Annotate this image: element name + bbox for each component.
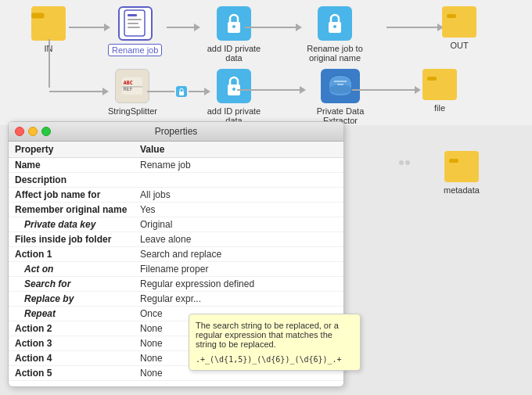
arrow-1 bbox=[69, 23, 110, 31]
prop-value: Yes bbox=[134, 203, 343, 217]
table-row: Affect job name forAll jobs bbox=[9, 188, 343, 203]
prop-value: Search and replace bbox=[134, 247, 343, 262]
svg-rect-18 bbox=[179, 92, 184, 95]
arrow-2 bbox=[167, 23, 200, 31]
svg-rect-2 bbox=[31, 13, 45, 18]
prop-name: Action 1 bbox=[9, 247, 134, 262]
svg-rect-29 bbox=[449, 159, 458, 163]
table-row: Action 1Search and replace bbox=[9, 247, 343, 262]
prop-value bbox=[134, 173, 343, 188]
node-out[interactable]: OUT bbox=[442, 6, 476, 50]
svg-rect-12 bbox=[447, 16, 472, 33]
node-add-id-label: add ID private data bbox=[199, 44, 269, 63]
prop-name: Files inside job folder bbox=[9, 232, 134, 247]
table-row: Remember original nameYes bbox=[9, 203, 343, 217]
prop-value: All jobs bbox=[134, 188, 343, 203]
prop-value: Regular expression defined bbox=[134, 277, 343, 292]
folder-in-icon bbox=[31, 6, 66, 41]
node-metadata[interactable]: metadata bbox=[444, 151, 480, 195]
prop-value: Rename job bbox=[134, 158, 343, 173]
tooltip-text: The search string to be replaced, or a r… bbox=[196, 321, 354, 349]
splitter-icon: ABC REF bbox=[115, 69, 149, 103]
panel-title: Properties bbox=[16, 126, 336, 137]
metadata-folder-icon bbox=[444, 151, 479, 182]
tooltip-expression: .+_(\d{1,5})_(\d{6})_(\d{6})_.+ bbox=[196, 355, 354, 364]
node-metadata-label: metadata bbox=[444, 185, 480, 195]
svg-rect-6 bbox=[128, 23, 138, 24]
arrow-row2-3 bbox=[237, 86, 306, 94]
svg-rect-4 bbox=[128, 14, 137, 16]
table-row: Replace byRegular expr... bbox=[9, 292, 343, 307]
svg-point-11 bbox=[333, 25, 336, 28]
node-rename-job-label: Rename job bbox=[108, 44, 162, 56]
node-rename-original-label: Rename job to original name bbox=[300, 44, 370, 63]
col-property: Property bbox=[9, 142, 134, 158]
svg-point-23 bbox=[329, 84, 351, 94]
prop-name: Repeat bbox=[9, 307, 134, 321]
vert-line-1 bbox=[49, 39, 50, 88]
svg-rect-13 bbox=[447, 14, 456, 18]
prop-name: Replace by bbox=[9, 292, 134, 307]
prop-name: Name bbox=[9, 158, 134, 173]
svg-point-9 bbox=[232, 25, 235, 28]
minimize-button[interactable] bbox=[28, 127, 38, 136]
svg-rect-26 bbox=[427, 78, 452, 95]
prop-value: Regular expr... bbox=[134, 292, 343, 307]
prop-name: Action 2 bbox=[9, 321, 134, 336]
table-row: Private data keyOriginal bbox=[9, 217, 343, 232]
svg-rect-28 bbox=[449, 160, 474, 178]
arrow-4 bbox=[386, 23, 444, 31]
properties-panel: Properties Property Value NameRename job… bbox=[8, 121, 344, 387]
node-add-id2[interactable]: add ID private data bbox=[199, 69, 269, 125]
folder-out-icon bbox=[442, 6, 476, 38]
svg-rect-7 bbox=[128, 27, 140, 28]
table-row: Search forRegular expression defined bbox=[9, 277, 343, 292]
prop-name: Remember original name bbox=[9, 203, 134, 217]
traffic-lights bbox=[15, 127, 51, 136]
node-file[interactable]: file bbox=[422, 69, 457, 113]
node-extractor[interactable]: Private Data Extractor bbox=[305, 69, 376, 125]
close-button[interactable] bbox=[15, 127, 24, 136]
arrow-3 bbox=[245, 23, 302, 31]
prop-name: Action 4 bbox=[9, 351, 134, 366]
prop-name: Action 5 bbox=[9, 366, 134, 381]
node-rename-original[interactable]: Rename job to original name bbox=[300, 6, 370, 63]
prop-name: Affect job name for bbox=[9, 188, 134, 203]
maximize-button[interactable] bbox=[41, 127, 51, 136]
arrow-row2-4 bbox=[352, 86, 421, 94]
prop-name: Action 3 bbox=[9, 336, 134, 351]
prop-value: Leave alone bbox=[134, 232, 343, 247]
table-row: Act onFilename proper bbox=[9, 262, 343, 277]
node-out-label: OUT bbox=[450, 41, 468, 50]
table-row: Description bbox=[9, 173, 343, 188]
prop-name: Search for bbox=[9, 277, 134, 292]
rename-job-icon bbox=[118, 6, 153, 41]
panel-titlebar: Properties bbox=[9, 122, 343, 142]
table-row: NameRename job bbox=[9, 158, 343, 173]
pipeline-area: IN Rename job bbox=[0, 0, 532, 125]
node-rename-job[interactable]: Rename job bbox=[108, 6, 162, 56]
prop-name: Private data key bbox=[9, 217, 134, 232]
metadata-connector bbox=[399, 160, 410, 165]
h-arrow-row2-1 bbox=[49, 88, 109, 95]
node-file-label: file bbox=[434, 103, 445, 113]
rename-original-icon bbox=[318, 6, 352, 41]
prop-value: Original bbox=[134, 217, 343, 232]
tooltip-box: The search string to be replaced, or a r… bbox=[189, 314, 361, 371]
node-add-id[interactable]: add ID private data bbox=[199, 6, 269, 63]
table-row: Files inside job folderLeave alone bbox=[9, 232, 343, 247]
prop-name: Description bbox=[9, 173, 134, 188]
file-folder-icon bbox=[422, 69, 457, 100]
prop-name: Act on bbox=[9, 262, 134, 277]
svg-rect-5 bbox=[128, 19, 142, 20]
svg-point-20 bbox=[232, 88, 235, 91]
prop-value: Filename proper bbox=[134, 262, 343, 277]
col-value: Value bbox=[134, 142, 343, 158]
svg-rect-27 bbox=[427, 77, 437, 81]
node-splitter-label: StringSplitter bbox=[108, 106, 157, 116]
